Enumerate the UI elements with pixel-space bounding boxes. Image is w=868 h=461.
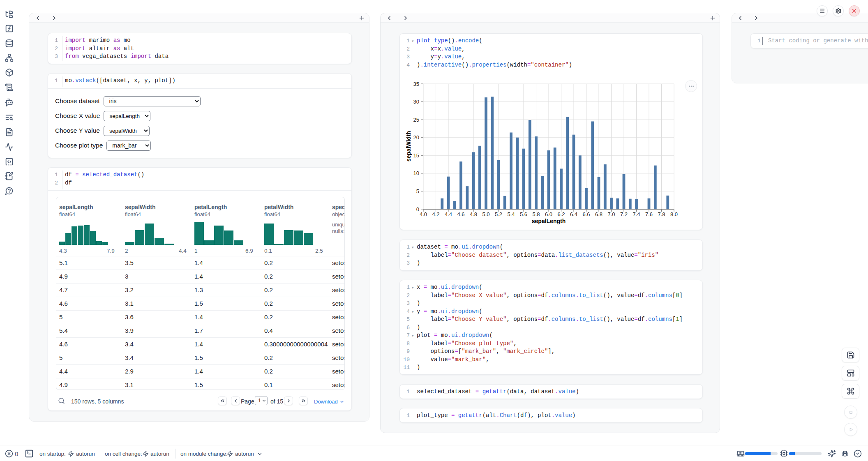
svg-text:7.8: 7.8 xyxy=(658,211,665,217)
svg-text:7.6: 7.6 xyxy=(645,211,653,217)
svg-text:4.4: 4.4 xyxy=(445,211,452,217)
svg-text:0: 0 xyxy=(416,206,419,212)
svg-text:7.4: 7.4 xyxy=(633,211,640,217)
svg-text:5.8: 5.8 xyxy=(532,211,540,217)
svg-text:5.4: 5.4 xyxy=(507,211,515,217)
svg-text:5.2: 5.2 xyxy=(495,211,502,217)
svg-text:5: 5 xyxy=(416,188,419,194)
svg-text:25: 25 xyxy=(413,117,419,123)
svg-text:7.0: 7.0 xyxy=(607,211,615,217)
svg-text:4.0: 4.0 xyxy=(420,211,427,217)
svg-text:35: 35 xyxy=(413,81,419,87)
svg-text:10: 10 xyxy=(413,170,419,176)
svg-text:sepalLength: sepalLength xyxy=(532,218,566,224)
svg-text:6.2: 6.2 xyxy=(557,211,565,217)
svg-text:sepalWidth: sepalWidth xyxy=(405,131,412,162)
svg-text:5.0: 5.0 xyxy=(482,211,489,217)
svg-text:6.0: 6.0 xyxy=(545,211,552,217)
svg-text:7.2: 7.2 xyxy=(620,211,628,217)
svg-text:30: 30 xyxy=(413,99,419,105)
svg-text:4.2: 4.2 xyxy=(432,211,439,217)
svg-text:6.4: 6.4 xyxy=(570,211,577,217)
svg-text:8.0: 8.0 xyxy=(670,211,678,217)
svg-text:6.6: 6.6 xyxy=(582,211,590,217)
svg-text:5.6: 5.6 xyxy=(520,211,527,217)
svg-text:15: 15 xyxy=(413,152,419,159)
svg-text:4.6: 4.6 xyxy=(457,211,464,217)
svg-text:6.8: 6.8 xyxy=(595,211,603,217)
svg-text:20: 20 xyxy=(413,134,419,141)
svg-text:4.8: 4.8 xyxy=(470,211,477,217)
